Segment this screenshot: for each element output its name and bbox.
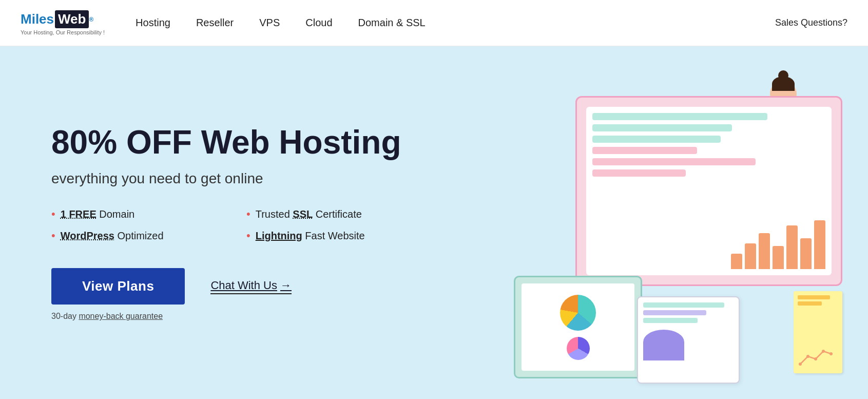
hero-illustration — [509, 46, 868, 399]
sticky-line-1 — [798, 295, 830, 299]
screen-bar-3 — [592, 136, 721, 143]
chart-bar-3 — [759, 233, 770, 269]
guarantee-link[interactable]: money-back guarantee — [79, 312, 163, 320]
char-hair — [772, 77, 795, 91]
feature-bold-free-domain: 1 FREE — [61, 208, 97, 220]
nav: Hosting Reseller VPS Cloud Domain & SSL — [136, 17, 775, 29]
hero-content: 80% OFF Web Hosting everything you need … — [51, 124, 411, 321]
feature-bold-wp: WordPress — [61, 230, 114, 241]
logo-trademark: ® — [89, 16, 93, 23]
cta-row: View Plans Chat With Us → — [51, 268, 411, 305]
screen-bar-6 — [592, 169, 686, 177]
svg-point-2 — [814, 357, 817, 360]
svg-point-0 — [799, 363, 802, 366]
chart-bar-1 — [731, 254, 742, 269]
panel-bar-1 — [643, 302, 724, 308]
pie-chart-main — [560, 295, 596, 331]
svg-point-4 — [830, 352, 833, 355]
sales-questions[interactable]: Sales Questions? — [775, 17, 847, 28]
chart-bar-5 — [786, 225, 798, 269]
chart-bar-2 — [745, 243, 756, 269]
feature-lightning: • Lightning Fast Website — [246, 229, 411, 242]
chart-bar-4 — [773, 246, 784, 269]
chat-label: Chat With Us — [210, 279, 277, 292]
guarantee-prefix: 30-day — [51, 312, 79, 320]
logo-area: Miles Web ® Your Hosting, Our Responsibi… — [21, 10, 105, 35]
screen-bar-5 — [592, 158, 756, 165]
screen-chart-area — [592, 223, 825, 269]
feature-bold-lightning: Lightning — [256, 230, 302, 241]
money-back-guarantee: 30-day money-back guarantee — [51, 312, 411, 321]
sticky-note — [794, 291, 842, 373]
svg-point-1 — [806, 355, 809, 358]
monitor-tablet — [514, 276, 642, 378]
sticky-graph — [798, 344, 836, 369]
hero-subtitle: everything you need to get online — [51, 170, 411, 187]
monitor-screen — [586, 107, 832, 275]
feature-ssl: • Trusted SSL Certificate — [246, 207, 411, 221]
pie-chart-small — [567, 337, 590, 360]
bullet-icon: • — [51, 207, 55, 221]
nav-item-domain-ssl[interactable]: Domain & SSL — [358, 17, 426, 29]
feature-bold-ssl: SSL — [293, 208, 313, 220]
chat-arrow-icon: → — [280, 279, 292, 292]
logo-tagline: Your Hosting, Our Responsibility ! — [21, 29, 105, 35]
feature-wordpress: • WordPress Optimized — [51, 229, 216, 242]
monitor-panel — [637, 296, 740, 384]
bullet-icon-wp: • — [51, 229, 55, 242]
nav-item-reseller[interactable]: Reseller — [196, 17, 234, 29]
bullet-icon-ssl: • — [246, 207, 250, 221]
bullet-icon-lightning: • — [246, 229, 250, 242]
sticky-chart — [798, 308, 838, 369]
sticky-line-2 — [798, 301, 822, 306]
nav-item-hosting[interactable]: Hosting — [136, 17, 170, 29]
chart-bar-6 — [800, 238, 812, 269]
panel-shape — [643, 330, 684, 360]
hero-title: 80% OFF Web Hosting — [51, 124, 411, 160]
illustration-container — [514, 81, 863, 399]
svg-point-3 — [822, 350, 825, 353]
screen-bar-1 — [592, 113, 767, 120]
features-grid: • 1 FREE Domain • Trusted SSL Certificat… — [51, 207, 411, 242]
nav-item-cloud[interactable]: Cloud — [305, 17, 332, 29]
chat-with-us-link[interactable]: Chat With Us → — [210, 279, 292, 294]
chart-bar-7 — [814, 220, 825, 269]
tablet-screen — [522, 283, 634, 371]
feature-free-domain: • 1 FREE Domain — [51, 207, 216, 221]
view-plans-button[interactable]: View Plans — [51, 268, 185, 305]
nav-item-vps[interactable]: VPS — [259, 17, 280, 29]
logo[interactable]: Miles Web ® — [21, 10, 105, 28]
logo-miles: Miles — [21, 11, 54, 27]
header: Miles Web ® Your Hosting, Our Responsibi… — [0, 0, 868, 46]
logo-web: Web — [55, 10, 89, 28]
monitor-main — [575, 96, 842, 286]
panel-bar-2 — [643, 310, 706, 315]
screen-bar-2 — [592, 124, 732, 131]
hero-section: 80% OFF Web Hosting everything you need … — [0, 46, 868, 399]
panel-bar-3 — [643, 318, 698, 323]
screen-bar-4 — [592, 147, 697, 154]
